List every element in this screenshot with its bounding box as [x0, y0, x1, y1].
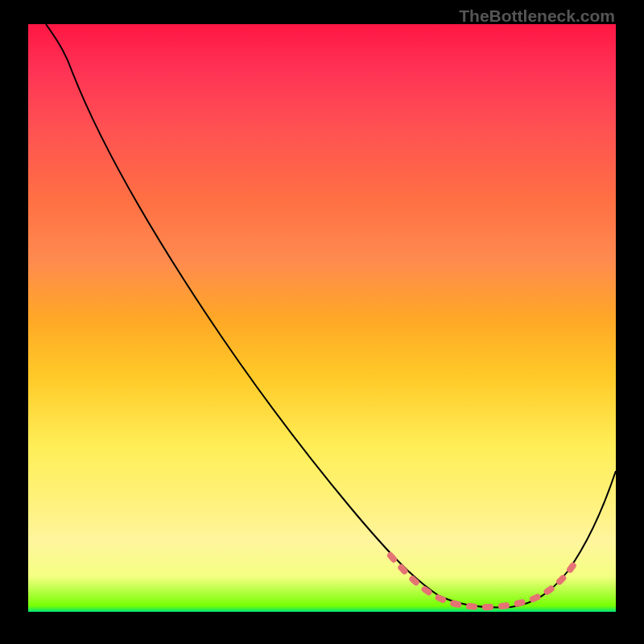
chart-container: TheBottleneck.com	[0, 0, 644, 644]
watermark-text: TheBottleneck.com	[459, 6, 615, 26]
plot-area	[28, 24, 616, 612]
optimal-zone-dashes	[390, 555, 576, 607]
curve-svg	[28, 24, 616, 612]
bottleneck-curve	[46, 24, 616, 608]
